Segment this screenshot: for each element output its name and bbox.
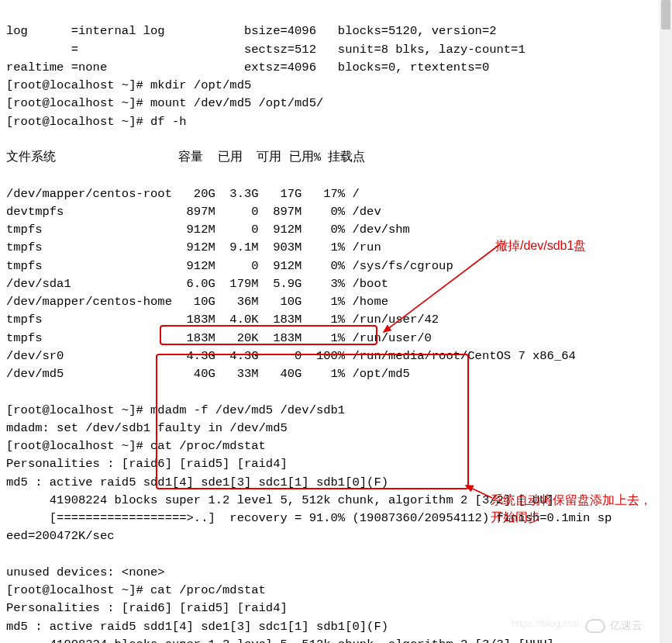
annotation-auto-sync: 系统自动将保留盘添加上去，开始同步 — [491, 492, 653, 525]
df-table: /dev/mapper/centos-root 20G 3.3G 17G 17%… — [6, 187, 576, 382]
watermark-logo-text: 亿速云 — [610, 617, 643, 634]
df-header: 文件系统 容量 已用 可用 已用% 挂载点 — [6, 150, 365, 164]
xfs-info-block: log =internal log bsize=4096 blocks=5120… — [6, 24, 526, 128]
watermark-logo: 亿速云 — [585, 617, 643, 634]
scrollbar-thumb[interactable] — [661, 0, 670, 29]
annotation-remove-disk: 撤掉/dev/sdb1盘 — [495, 237, 586, 254]
cloud-icon — [585, 619, 605, 633]
watermark-url: https://blog.csd — [512, 616, 579, 631]
vertical-scrollbar[interactable] — [660, 0, 672, 643]
terminal-output: log =internal log bsize=4096 blocks=5120… — [0, 0, 672, 643]
